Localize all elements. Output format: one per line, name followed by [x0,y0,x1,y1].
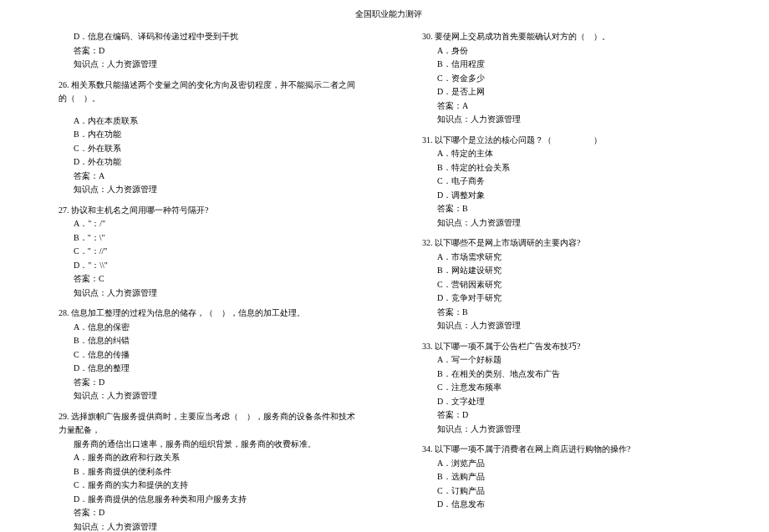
question-stem: 30. 要使网上交易成功首先要能确认对方的（ ）。 [422,30,719,44]
right-column: 30. 要使网上交易成功首先要能确认对方的（ ）。 A．身份 B．信用程度 C．… [422,30,719,532]
option-c: C．信息的传播 [59,348,355,362]
prev-knowledge: 知识点：人力资源管理 [59,58,355,72]
question-stem: 33. 以下哪一项不属于公告栏广告发布技巧? [422,340,719,354]
answer: 答案：B [422,306,719,320]
answer: 答案：D [59,376,355,390]
option-d: D．是否上网 [422,85,719,99]
left-column: D．信息在编码、译码和传递过程中受到干扰 答案：D 知识点：人力资源管理 26.… [59,30,355,532]
option-a: A．信息的保密 [59,321,355,335]
question-29: 29. 选择旗帜广告服务提供商时，主要应当考虑（ ），服务商的设备条件和技术力量… [59,410,355,533]
question-34: 34. 以下哪一项不属于消费者在网上商店进行购物的操作? A．浏览产品 B．选购… [422,443,719,512]
knowledge: 知识点：人力资源管理 [422,216,719,231]
page-header: 全国职业能力测评 [59,8,719,20]
question-27: 27. 协议和主机名之间用哪一种符号隔开? A．"：/" B．"：\" C．"：… [59,204,355,301]
answer: 答案：C [59,272,355,286]
question-stem: 26. 相关系数只能描述两个变量之间的变化方向及密切程度，并不能揭示二者之间的（… [59,79,355,106]
question-stem-2: 服务商的通信出口速率，服务商的组织背景，服务商的收费标准。 [59,438,355,452]
option-c: C．电子商务 [422,175,719,189]
option-b: B．内在功能 [59,128,355,142]
option-b: B．服务商提供的便利条件 [59,465,355,479]
option-d: D．文字处理 [422,395,719,409]
question-30: 30. 要使网上交易成功首先要能确认对方的（ ）。 A．身份 B．信用程度 C．… [422,30,719,127]
option-b: B．选购产品 [422,470,719,484]
option-a: A．"：/" [59,217,355,231]
question-32: 32. 以下哪些不是网上市场调研的主要内容? A．市场需求研究 B．网站建设研究… [422,236,719,333]
option-a: A．浏览产品 [422,457,719,471]
content-container: D．信息在编码、译码和传递过程中受到干扰 答案：D 知识点：人力资源管理 26.… [59,30,719,532]
option-d: D．信息的整理 [59,362,355,376]
knowledge: 知识点：人力资源管理 [59,183,355,197]
answer: 答案：A [59,170,355,184]
option-b: B．特定的社会关系 [422,161,719,175]
knowledge: 知识点：人力资源管理 [422,319,719,333]
option-d: D．"：\\" [59,259,355,273]
option-b: B．信息的纠错 [59,334,355,348]
option-c: C．"：//" [59,245,355,259]
answer: 答案：D [422,408,719,423]
option-c: C．注意发布频率 [422,381,719,395]
question-stem: 31. 以下哪个是立法的核心问题？（ ） [422,134,719,148]
question-stem: 34. 以下哪一项不属于消费者在网上商店进行购物的操作? [422,443,719,457]
option-b: B．"：\" [59,231,355,246]
option-d: D．调整对象 [422,189,719,203]
option-a: A．写一个好标题 [422,353,719,367]
answer: 答案：B [422,202,719,216]
knowledge: 知识点：人力资源管理 [422,113,719,127]
knowledge: 知识点：人力资源管理 [59,520,355,533]
option-d: D．竞争对手研究 [422,291,719,306]
knowledge: 知识点：人力资源管理 [59,389,355,403]
knowledge: 知识点：人力资源管理 [422,423,719,437]
option-b: B．网站建设研究 [422,264,719,278]
option-c: C．营销因素研究 [422,278,719,292]
option-a: A．服务商的政府和行政关系 [59,451,355,465]
answer: 答案：D [59,506,355,520]
option-a: A．身份 [422,44,719,58]
question-stem: 28. 信息加工整理的过程为信息的储存，（ ），信息的加工处理。 [59,307,355,321]
option-c: C．订购产品 [422,484,719,499]
answer: 答案：A [422,99,719,114]
option-a: A．市场需求研究 [422,251,719,265]
question-31: 31. 以下哪个是立法的核心问题？（ ） A．特定的主体 B．特定的社会关系 C… [422,134,719,231]
option-d: D．服务商提供的信息服务种类和用户服务支持 [59,493,355,507]
option-a: A．特定的主体 [422,147,719,161]
option-c: C．外在联系 [59,142,355,156]
question-stem: 27. 协议和主机名之间用哪一种符号隔开? [59,204,355,218]
question-stem: 29. 选择旗帜广告服务提供商时，主要应当考虑（ ），服务商的设备条件和技术力量… [59,410,355,438]
option-b: B．在相关的类别、地点发布广告 [422,367,719,382]
option-b: B．信用程度 [422,58,719,72]
question-26: 26. 相关系数只能描述两个变量之间的变化方向及密切程度，并不能揭示二者之间的（… [59,79,355,197]
option-d: D．外在功能 [59,155,355,170]
question-28: 28. 信息加工整理的过程为信息的储存，（ ），信息的加工处理。 A．信息的保密… [59,307,355,403]
option-c: C．服务商的实力和提供的支持 [59,479,355,493]
prev-answer: 答案：D [59,44,355,58]
option-a: A．内在本质联系 [59,114,355,129]
question-stem: 32. 以下哪些不是网上市场调研的主要内容? [422,236,719,251]
knowledge: 知识点：人力资源管理 [59,286,355,301]
prev-option-d: D．信息在编码、译码和传递过程中受到干扰 [59,30,355,44]
question-33: 33. 以下哪一项不属于公告栏广告发布技巧? A．写一个好标题 B．在相关的类别… [422,340,719,437]
option-d: D．信息发布 [422,498,719,512]
option-c: C．资金多少 [422,72,719,86]
